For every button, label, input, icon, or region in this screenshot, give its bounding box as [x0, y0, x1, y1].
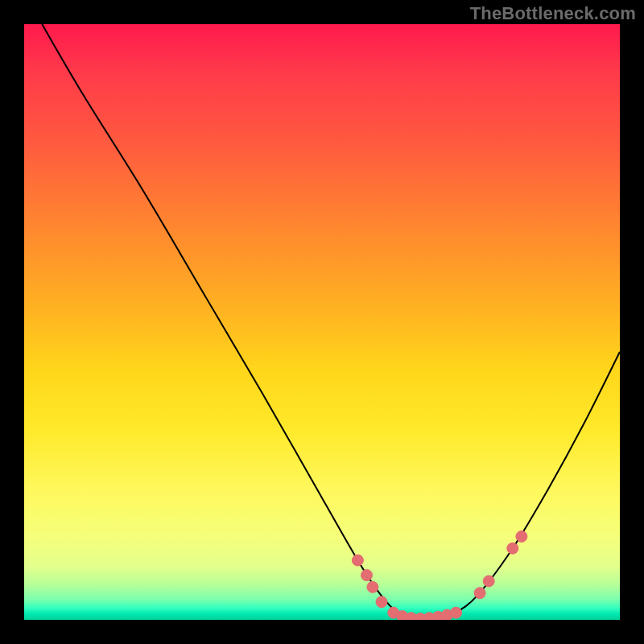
watermark-text: TheBottleneck.com [470, 3, 636, 24]
plot-area [24, 24, 620, 620]
gradient-background [24, 24, 620, 620]
chart-frame: TheBottleneck.com [0, 0, 644, 644]
